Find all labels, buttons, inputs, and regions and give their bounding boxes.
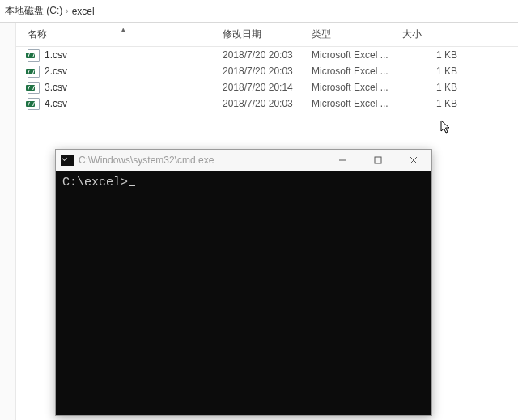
maximize-button[interactable] [360, 150, 396, 171]
text-cursor-icon [129, 185, 135, 186]
excel-file-icon [28, 98, 40, 110]
file-row[interactable]: 1.csv 2018/7/20 20:03 Microsoft Excel ..… [16, 47, 518, 63]
file-size: 1 KB [402, 66, 473, 77]
breadcrumb[interactable]: 本地磁盘 (C:) › excel [0, 0, 518, 23]
cmd-icon [61, 155, 74, 166]
column-headers: 名称 ▴ 修改日期 类型 大小 [16, 23, 518, 47]
file-name: 3.csv [45, 82, 67, 93]
excel-file-icon [28, 49, 40, 62]
file-row[interactable]: 3.csv 2018/7/20 20:14 Microsoft Excel ..… [16, 79, 518, 95]
file-date: 2018/7/20 20:03 [223, 66, 312, 77]
cmd-window[interactable]: C:\Windows\system32\cmd.exe C:\excel> [55, 149, 432, 416]
svg-rect-0 [375, 157, 381, 163]
minimize-button[interactable] [325, 150, 360, 171]
cmd-output[interactable]: C:\excel> [56, 171, 431, 415]
file-type: Microsoft Excel ... [312, 82, 402, 93]
cmd-prompt: C:\excel> [62, 176, 128, 189]
file-type: Microsoft Excel ... [312, 49, 402, 61]
file-type: Microsoft Excel ... [312, 66, 402, 77]
file-row[interactable]: 4.csv 2018/7/20 20:03 Microsoft Excel ..… [16, 95, 518, 112]
file-size: 1 KB [402, 49, 473, 61]
excel-file-icon [28, 66, 40, 78]
file-date: 2018/7/20 20:14 [223, 82, 312, 93]
column-header-type[interactable]: 类型 [312, 28, 402, 41]
chevron-right-icon[interactable]: › [64, 6, 70, 15]
column-header-date[interactable]: 修改日期 [223, 28, 312, 41]
cmd-titlebar[interactable]: C:\Windows\system32\cmd.exe [56, 150, 431, 171]
file-name: 1.csv [45, 49, 67, 61]
nav-pane[interactable] [0, 23, 16, 420]
close-button[interactable] [396, 150, 431, 171]
cmd-title: C:\Windows\system32\cmd.exe [79, 155, 325, 166]
column-header-name-label: 名称 [28, 28, 47, 40]
breadcrumb-seg-disk[interactable]: 本地磁盘 (C:) [3, 4, 64, 18]
file-type: Microsoft Excel ... [312, 98, 402, 109]
file-size: 1 KB [402, 98, 473, 109]
file-date: 2018/7/20 20:03 [223, 49, 312, 61]
sort-ascending-icon: ▴ [121, 25, 125, 33]
file-name: 4.csv [45, 98, 67, 109]
file-row[interactable]: 2.csv 2018/7/20 20:03 Microsoft Excel ..… [16, 63, 518, 79]
file-name: 2.csv [45, 66, 67, 77]
breadcrumb-seg-folder[interactable]: excel [70, 6, 96, 17]
file-date: 2018/7/20 20:03 [223, 98, 312, 109]
excel-file-icon [28, 82, 40, 94]
file-size: 1 KB [402, 82, 473, 93]
column-header-size[interactable]: 大小 [402, 28, 473, 41]
column-header-name[interactable]: 名称 ▴ [16, 28, 223, 41]
